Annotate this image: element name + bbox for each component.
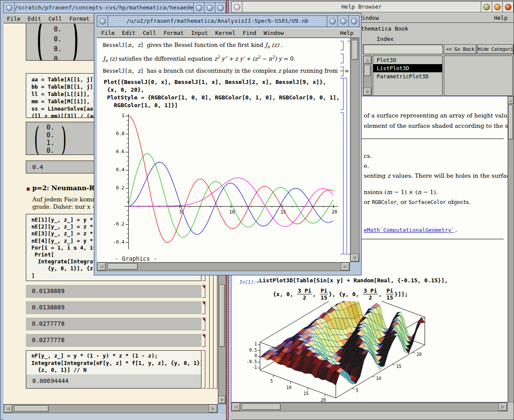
cell-group-bracket[interactable] [344, 78, 347, 254]
titlebar[interactable]: /scratch/pfrauenf/concepts-cvs/hp/mathem… [3, 2, 226, 13]
cell-bracket[interactable] [341, 112, 344, 254]
category-list: Plot3D ListPlot3D ParametricPlot3D [373, 56, 443, 96]
scroll-down-icon[interactable]: ▽ [363, 88, 372, 96]
help-text-fragment: element of the surface shaded according … [364, 122, 508, 129]
scroll-thumb[interactable] [108, 263, 138, 270]
scroll-thumb[interactable] [364, 65, 371, 76]
menu-item-help[interactable]: Help [340, 30, 353, 36]
window-menu-button[interactable] [4, 3, 15, 13]
cell-bracket[interactable] [341, 78, 344, 110]
scroll-thumb[interactable] [14, 405, 49, 412]
maximize-button[interactable] [204, 3, 215, 13]
menu-item-format[interactable]: Format [69, 15, 90, 22]
go-back-button[interactable]: << Go Back [444, 44, 477, 54]
horizontal-scrollbar[interactable]: ◁ ▷ [231, 402, 508, 411]
category-item-plot3d[interactable]: Plot3D [373, 56, 442, 64]
cell-bracket[interactable] [202, 318, 205, 330]
cell-bracket[interactable] [202, 301, 205, 314]
hyperlink[interactable]: eMath`ComputationalGeometry` [364, 227, 455, 233]
cell-bracket[interactable] [341, 67, 344, 76]
scroll-down-icon[interactable]: ▽ [218, 396, 226, 404]
maximize-icon [494, 4, 501, 10]
minimize-button[interactable] [193, 3, 204, 13]
menu-item-edit[interactable]: Edit [28, 15, 41, 22]
scroll-left-icon[interactable]: ◁ [4, 405, 12, 413]
menu-item-format[interactable]: Format [164, 30, 184, 36]
cell-bracket[interactable] [202, 334, 205, 347]
horizontal-scrollbar[interactable]: ◁ ▷ [3, 404, 218, 413]
scroll-up-icon[interactable]: △ [508, 96, 514, 104]
close-button[interactable] [502, 2, 513, 12]
scroll-down-icon[interactable]: ▽ [350, 254, 359, 262]
text-cell-branchcut[interactable]: BesselJ[n, z] has a branch cut discontin… [103, 68, 350, 74]
window-menu-button[interactable] [97, 16, 108, 27]
horizontal-scrollbar[interactable]: ◁ ▷ [97, 262, 350, 271]
category-scrollbar[interactable]: △ ▽ [363, 56, 372, 96]
cell-group-nf[interactable]: nF[y_, z_] = y * (1 - y) * z * (1 - z); … [26, 350, 201, 389]
menu-item-help[interactable]: Help [494, 15, 508, 21]
menu-item-window[interactable]: Window [359, 15, 379, 21]
maximize-button[interactable] [338, 16, 348, 27]
nav-row-index[interactable]: Index [377, 36, 393, 42]
text-segment: ) y [275, 56, 282, 62]
scroll-right-icon[interactable]: ▷ [499, 403, 507, 411]
titlebar[interactable]: Help Browser [231, 1, 514, 12]
category-item-listplot3d[interactable]: ListPlot3D [373, 64, 442, 72]
search-input[interactable] [363, 44, 443, 54]
text-segment: ] [140, 68, 146, 74]
menu-item-file[interactable]: File [7, 15, 20, 22]
input-code-line1[interactable]: ListPlot3D[Table[Sin[x y] + Random[Real,… [259, 277, 448, 284]
menu-item-cell[interactable]: Cell [143, 30, 156, 36]
input-code-line2[interactable]: {x, 0, 3 Pi2, Pi15}, {y, 0, 3 Pi2, Pi15}… [273, 287, 408, 301]
plot-input-cell[interactable]: Plot[{BesselJ[0, x], BesselJ[1, x], Bess… [104, 78, 340, 109]
vertical-scrollbar[interactable]: ▽ [350, 38, 359, 262]
scroll-thumb[interactable] [219, 284, 225, 347]
cell-bracket[interactable] [341, 41, 344, 50]
scroll-up-icon[interactable]: △ [363, 56, 372, 64]
text-segment: satisfies the differential equation [117, 56, 214, 62]
text-segment: plane running from −∞ to 0. [281, 68, 350, 74]
close-icon [217, 5, 224, 11]
text-segment: senting [364, 172, 387, 179]
menu-item-edit[interactable]: Edit [122, 30, 135, 36]
text-cell-usage[interactable]: BesselJ[n, z] gives the Bessel function … [103, 42, 283, 49]
menu-item-find[interactable]: Find [243, 30, 256, 36]
code-text: , [313, 291, 319, 297]
scroll-thumb[interactable] [352, 40, 358, 60]
content-vertical-scrollbar[interactable]: △ [508, 96, 514, 402]
minimize-button[interactable] [481, 2, 492, 12]
cell-bracket[interactable] [202, 285, 205, 298]
window-title: Help Browser [242, 2, 481, 12]
text-segment: n [128, 42, 131, 48]
category-item-parametricplot3d[interactable]: ParametricPlot3D [373, 72, 442, 80]
menu-item-cell[interactable]: Cell [49, 15, 62, 22]
cell-bracket[interactable] [341, 54, 344, 63]
menu-item-kernel[interactable]: Kernel [215, 30, 235, 36]
scroll-right-icon[interactable]: ▷ [341, 262, 350, 271]
result-bar: 0.0277778 [26, 334, 201, 347]
menu-item-file[interactable]: File [101, 30, 115, 36]
menu-item-input[interactable]: Input [191, 30, 208, 36]
scroll-thumb[interactable] [508, 105, 513, 139]
window-menu-icon [99, 18, 106, 25]
minimize-button[interactable] [327, 16, 338, 27]
result-bar: 0.0138889 [26, 285, 201, 298]
close-button[interactable] [348, 16, 359, 27]
window-menu-button[interactable] [232, 2, 242, 12]
nav-row-mathematica-book[interactable]: Mathematica Book [354, 25, 408, 32]
window-title: /scratch/pfrauenf/concepts-cvs/hp/mathem… [15, 3, 193, 13]
menu-item-window[interactable]: Window [263, 30, 284, 36]
text-segment: objects. [446, 198, 471, 205]
scroll-left-icon[interactable]: ◁ [232, 403, 240, 411]
scroll-right-icon[interactable]: ▷ [209, 405, 217, 413]
scroll-thumb[interactable] [242, 404, 281, 410]
close-button[interactable] [215, 3, 226, 13]
text-cell-ode[interactable]: Jn (z) satisfies the differential equati… [103, 55, 295, 63]
scroll-left-icon[interactable]: ◁ [97, 262, 106, 271]
cell-bracket[interactable] [202, 350, 205, 389]
input-label: In[1]:= [239, 279, 259, 285]
titlebar[interactable]: /u/u2/pfrauenf/mathematica/AnalysisII-Sp… [97, 15, 359, 27]
hide-categories-button[interactable]: Hide Categories [477, 44, 514, 54]
help-link-fragment: eMath`ComputationalGeometry`. [364, 226, 458, 233]
maximize-button[interactable] [492, 2, 502, 12]
